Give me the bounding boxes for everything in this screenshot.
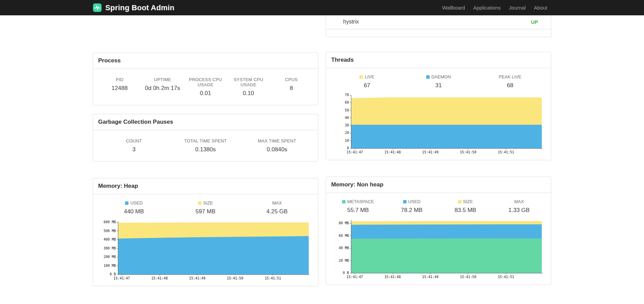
- legend-label: USED: [98, 200, 170, 206]
- legend-used: USED78.2 MB: [385, 199, 439, 214]
- chart-x-tick-label: 15:41:51: [498, 150, 514, 154]
- legend-size: SIZE83.5 MB: [439, 199, 492, 214]
- stat-value: 3: [98, 146, 170, 153]
- legend-label: PEAK LIVE: [474, 74, 546, 79]
- chart-x-tick-label: 15:41:47: [113, 276, 130, 280]
- stat-value: 0.01: [184, 90, 227, 97]
- nav-link-applications[interactable]: Applications: [469, 5, 505, 11]
- memory-heap-panel-title: Memory: Heap: [93, 178, 318, 194]
- chart-area-daemon: [351, 125, 542, 148]
- stat-label: TOTAL TIME SPENT: [170, 138, 241, 143]
- threads-panel: Threads LIVE67DAEMON31PEAK LIVE68 010203…: [326, 52, 551, 160]
- page: Spring Boot Admin WallboardApplicationsJ…: [0, 0, 644, 304]
- stat-label: SYSTEM CPU USAGE: [227, 77, 270, 87]
- chart-area-metaspace: [351, 238, 542, 273]
- memory-heap-panel: Memory: Heap USED440 MBSIZE597 MBMAX4.25…: [93, 178, 318, 286]
- legend-label: DAEMON: [403, 74, 474, 79]
- chart-y-tick-label: 80 MB: [339, 221, 349, 225]
- stat-value: 0.0840s: [241, 146, 313, 153]
- legend-value: 68: [474, 82, 546, 89]
- main-content: Process PID12488UPTIME0d 0h 2m 17sPROCES…: [88, 15, 556, 286]
- chart-x-tick-label: 15:41:48: [384, 150, 401, 154]
- chart-y-tick-label: 10: [345, 139, 349, 142]
- nav-link-about[interactable]: About: [530, 5, 551, 11]
- brand-title: Spring Boot Admin: [105, 3, 174, 12]
- chart-y-tick-label: 20 MB: [339, 259, 349, 262]
- stat-label: COUNT: [98, 138, 170, 143]
- chart-x-tick-label: 15:41:50: [460, 150, 476, 154]
- stat-label: MAX TIME SPENT: [241, 138, 313, 143]
- process-panel-title: Process: [93, 53, 318, 69]
- chart-y-tick-label: 400 MB: [104, 238, 116, 241]
- stat-value: 0.1380s: [170, 146, 241, 153]
- legend-label: LIVE: [331, 74, 403, 79]
- legend-value: 78.2 MB: [385, 207, 439, 214]
- chart-y-tick-label: 0: [347, 146, 349, 150]
- legend-swatch-icon: [403, 200, 407, 203]
- legend-value: 4.25 GB: [241, 208, 313, 215]
- legend-swatch-icon: [426, 75, 430, 79]
- legend-label: MAX: [492, 199, 546, 204]
- legend-daemon: DAEMON31: [403, 74, 474, 89]
- stat-process-cpu-usage: PROCESS CPU USAGE0.01: [184, 77, 227, 97]
- legend-swatch-icon: [198, 201, 201, 205]
- chart-area-used: [118, 236, 309, 274]
- memory-nonheap-legend: METASPACE55.7 MBUSED78.2 MBSIZE83.5 MBMA…: [331, 199, 546, 214]
- legend-label: METASPACE: [331, 199, 385, 204]
- legend-swatch-icon: [458, 200, 461, 203]
- gc-pauses-panel: Garbage Collection Pauses COUNT3TOTAL TI…: [93, 114, 318, 162]
- nav-link-wallboard[interactable]: Wallboard: [438, 5, 469, 11]
- chart-x-tick-label: 15:41:48: [384, 275, 401, 279]
- health-item-name: hystrix: [343, 19, 359, 25]
- chart-x-tick-label: 15:41:48: [151, 276, 168, 280]
- legend-value: 67: [331, 82, 403, 89]
- threads-chart: 01020304050607015:41:4715:41:4815:41:491…: [331, 93, 546, 156]
- memory-nonheap-panel: Memory: Non heap METASPACE55.7 MBUSED78.…: [326, 177, 551, 285]
- stat-max-time-spent: MAX TIME SPENT0.0840s: [241, 138, 313, 153]
- stat-uptime: UPTIME0d 0h 2m 17s: [141, 77, 184, 97]
- memory-nonheap-panel-title: Memory: Non heap: [326, 177, 551, 193]
- chart-y-tick-label: 20: [345, 131, 349, 135]
- legend-value: 31: [403, 82, 474, 89]
- gc-stats: COUNT3TOTAL TIME SPENT0.1380sMAX TIME SP…: [93, 130, 318, 161]
- chart-x-tick-label: 15:41:50: [227, 276, 243, 280]
- left-column: Process PID12488UPTIME0d 0h 2m 17sPROCES…: [93, 15, 318, 286]
- chart-y-tick-label: 60: [345, 101, 349, 104]
- chart-x-tick-label: 15:41:49: [422, 150, 439, 154]
- legend-value: 597 MB: [170, 208, 241, 215]
- memory-nonheap-body: METASPACE55.7 MBUSED78.2 MBSIZE83.5 MBMA…: [326, 193, 551, 285]
- threads-panel-title: Threads: [326, 52, 551, 68]
- nav-links: WallboardApplicationsJournalAbout: [438, 5, 551, 11]
- legend-peak-live: PEAK LIVE68: [474, 74, 546, 89]
- memory-heap-chart: 0 B100 MB200 MB300 MB400 MB500 MB600 MB1…: [98, 219, 313, 283]
- process-stats: PID12488UPTIME0d 0h 2m 17sPROCESS CPU US…: [93, 69, 318, 105]
- brand-link[interactable]: Spring Boot Admin: [93, 3, 174, 12]
- chart-y-tick-label: 500 MB: [104, 229, 116, 233]
- navbar: Spring Boot Admin WallboardApplicationsJ…: [0, 0, 644, 15]
- legend-swatch-icon: [342, 200, 346, 203]
- spring-boot-admin-logo-icon: [93, 3, 102, 12]
- stat-label: CPUS: [270, 77, 313, 82]
- nav-link-journal[interactable]: Journal: [505, 5, 530, 11]
- chart-x-tick-label: 15:41:50: [460, 275, 476, 279]
- navbar-inner: Spring Boot Admin WallboardApplicationsJ…: [88, 0, 556, 15]
- stat-value: 8: [270, 85, 313, 92]
- chart-y-tick-label: 300 MB: [104, 246, 116, 250]
- threads-body: LIVE67DAEMON31PEAK LIVE68 01020304050607…: [326, 68, 551, 160]
- legend-live: LIVE67: [331, 74, 403, 89]
- legend-value: 83.5 MB: [439, 207, 492, 214]
- chart-y-tick-label: 200 MB: [104, 255, 116, 259]
- chart-x-tick-label: 15:41:47: [347, 275, 363, 279]
- stat-label: PID: [98, 77, 141, 82]
- stat-system-cpu-usage: SYSTEM CPU USAGE0.10: [227, 77, 270, 97]
- legend-swatch-icon: [125, 201, 128, 205]
- health-row: hystrix UP: [326, 15, 551, 29]
- chart-x-tick-label: 15:41:47: [347, 150, 363, 154]
- stat-label: PROCESS CPU USAGE: [184, 77, 227, 87]
- chart-y-tick-label: 60 MB: [339, 234, 349, 238]
- chart-y-tick-label: 40 MB: [339, 246, 349, 250]
- stat-value: 0d 0h 2m 17s: [141, 85, 184, 92]
- legend-swatch-icon: [359, 75, 363, 79]
- legend-value: 55.7 MB: [331, 207, 385, 214]
- legend-label: MAX: [241, 200, 313, 206]
